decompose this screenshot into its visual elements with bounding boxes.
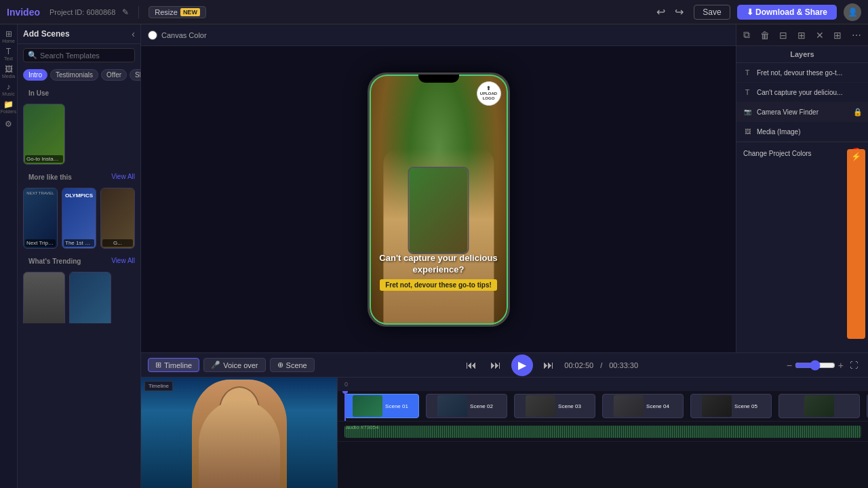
left-sidebar: ⊞ Home T Text 🖼 Media ♪ Music 📁 Folders … — [0, 24, 18, 488]
project-id: Project ID: 6080868 — [50, 8, 115, 16]
upload-logo-badge[interactable]: ⬆ UPLOAD LOGO — [477, 81, 501, 106]
scenes-panel-title: Add Scenes — [23, 29, 70, 39]
person-silhouette — [199, 400, 280, 488]
scene-thumb-2[interactable]: NEXT TRAVEL Next Trip sugges... — [23, 188, 58, 249]
tag-intro[interactable]: Intro — [23, 69, 47, 81]
redo-button[interactable]: ↪ — [671, 4, 687, 20]
canvas-content[interactable]: Can't capture your delicious experience?… — [141, 46, 736, 352]
hand-holding-phone — [383, 149, 494, 324]
canvas-area: Canvas Color — [141, 24, 736, 352]
search-input[interactable] — [40, 52, 130, 60]
layer-item-4[interactable]: 🖼 Media (Image) — [736, 122, 868, 142]
scene-clip-1[interactable]: Scene 01 — [344, 394, 419, 418]
undo-button[interactable]: ↩ — [653, 4, 669, 20]
sidebar-icon-home[interactable]: ⊞ Home — [1, 28, 16, 43]
scene-thumb-4[interactable]: G... — [100, 188, 135, 249]
resize-button[interactable]: Resize NEW — [149, 6, 206, 18]
clip-thumb-4 — [614, 395, 644, 417]
download-share-button[interactable]: ⬇ Download & Share — [737, 5, 837, 20]
scene-clip-5[interactable]: Scene 05 — [690, 394, 772, 418]
layer-1-type-icon: T — [742, 67, 753, 78]
undo-redo-group: ↩ ↪ — [653, 4, 687, 20]
tag-offer[interactable]: Offer — [101, 69, 127, 81]
change-colors-label: Change Project Colors — [743, 150, 812, 157]
canvas-color-label: Canvas Color — [161, 31, 207, 39]
phone-mockup: Can't capture your delicious experience?… — [368, 73, 510, 327]
save-button[interactable]: Save — [694, 5, 730, 20]
scenes-panel-close[interactable]: ‹ — [132, 28, 135, 39]
fullscreen-button[interactable]: ⛶ — [846, 359, 861, 371]
timeline-icon: ⊞ — [155, 361, 161, 369]
delete-icon-btn[interactable]: 🗑 — [757, 28, 772, 42]
tag-testimonials[interactable]: Testimonials — [50, 69, 98, 81]
whats-trending-header: What's Trending View All — [18, 251, 140, 269]
trending-viewall[interactable]: View All — [111, 257, 135, 264]
scene-tab[interactable]: ⊕ Scene — [270, 358, 315, 372]
layers-title: Layers — [736, 46, 868, 63]
sidebar-icon-music[interactable]: ♪ Music — [1, 81, 16, 96]
sidebar-icon-text[interactable]: T Text — [1, 46, 16, 61]
scenes-panel-header: Add Scenes ‹ — [18, 24, 140, 44]
align-v-btn[interactable]: ⊞ — [795, 28, 808, 42]
phone-notch — [418, 75, 459, 83]
tag-row: Intro Testimonials Offer Sli... — [18, 66, 140, 83]
canvas-layers-row: Canvas Color — [141, 24, 868, 352]
in-use-section: In Use Go-to Instagram ... — [18, 83, 140, 167]
canvas-main-text: Can't capture your delicious experience? — [376, 253, 501, 276]
trending-thumb-2[interactable] — [69, 272, 111, 323]
canvas-sub-text: Fret not, devour these go-to tips! — [380, 279, 497, 291]
scene-clip-6[interactable] — [778, 394, 860, 418]
timeline-tab[interactable]: ⊞ Timeline — [148, 358, 199, 372]
audio-waveform[interactable] — [344, 426, 861, 438]
layer-4-type-icon: 🖼 — [742, 126, 753, 137]
go-start-button[interactable]: ⏮ — [462, 358, 480, 373]
scene-clip-3[interactable]: Scene 03 — [514, 394, 595, 418]
audio-track-row: audio #73054 — [338, 422, 868, 442]
scene-thumb-1[interactable]: Go-to Instagram ... — [23, 104, 65, 165]
topbar: Invideo Project ID: 6080868 ✎ Resize NEW… — [0, 0, 868, 24]
phone-screen: Can't capture your delicious experience?… — [370, 75, 508, 325]
copy-icon-btn[interactable]: ⧉ — [741, 28, 753, 42]
sidebar-icon-settings[interactable]: ⚙ — [1, 117, 16, 131]
layer-4-name: Media (Image) — [757, 128, 863, 136]
more-like-this-section: More like this View All NEXT TRAVEL Next… — [18, 167, 140, 251]
inner-phone-screen — [410, 168, 468, 253]
scene-clip-2[interactable]: Scene 02 — [426, 394, 507, 418]
next-frame-button[interactable]: ⏭ — [540, 358, 557, 373]
canvas-color-swatch[interactable] — [148, 30, 157, 40]
zoom-controls: − + ⛶ — [787, 359, 861, 371]
more-like-header: More like this View All — [18, 167, 140, 185]
more-btn[interactable]: ⋯ — [849, 28, 864, 42]
current-time: 00:02:50 — [564, 361, 593, 369]
clip-thumb-1 — [353, 395, 382, 417]
ruler-mark-0: 0 — [344, 381, 348, 388]
grid-btn[interactable]: ⊞ — [831, 28, 844, 42]
scene-thumb-3[interactable]: OLYMPICS The 1st New Nor... — [62, 188, 96, 249]
whats-trending-section: What's Trending View All — [18, 251, 140, 323]
sidebar-icon-media[interactable]: 🖼 Media — [1, 64, 16, 79]
ruler-marks: 0 — [341, 381, 868, 388]
layer-item-3[interactable]: 📷 Camera View Finder 🔒 — [736, 102, 868, 122]
search-container: 🔍 — [23, 48, 135, 62]
more-like-thumb-row: NEXT TRAVEL Next Trip sugges... OLYMPICS… — [23, 188, 135, 249]
trash-btn[interactable]: ✕ — [813, 28, 827, 42]
layer-item-1[interactable]: T Fret not, devour these go-t... — [736, 63, 868, 83]
trending-thumb-1[interactable] — [23, 272, 65, 323]
scene-clip-4[interactable]: Scene 04 — [602, 394, 684, 418]
zoom-in-button[interactable]: + — [838, 360, 844, 371]
timeline-ruler: 0 — [338, 378, 868, 391]
play-button[interactable]: ▶ — [511, 354, 533, 376]
avatar[interactable]: 👤 — [844, 3, 861, 21]
timeline-content: Timeline 0 — [141, 378, 868, 488]
layer-item-2[interactable]: T Can't capture your deliciou... — [736, 83, 868, 102]
align-h-btn[interactable]: ⊟ — [776, 28, 790, 42]
whats-trending-label: What's Trending — [23, 254, 86, 266]
zoom-slider[interactable] — [795, 360, 835, 371]
voiceover-tab[interactable]: 🎤 Voice over — [203, 358, 265, 372]
more-like-viewall[interactable]: View All — [111, 173, 135, 180]
zoom-out-button[interactable]: − — [787, 360, 792, 371]
sidebar-icon-folders[interactable]: 📁 Folders — [1, 99, 16, 114]
edit-icon[interactable]: ✎ — [122, 7, 129, 17]
tag-slide[interactable]: Sli... — [130, 69, 140, 81]
prev-frame-button[interactable]: ⏭ — [487, 358, 505, 373]
